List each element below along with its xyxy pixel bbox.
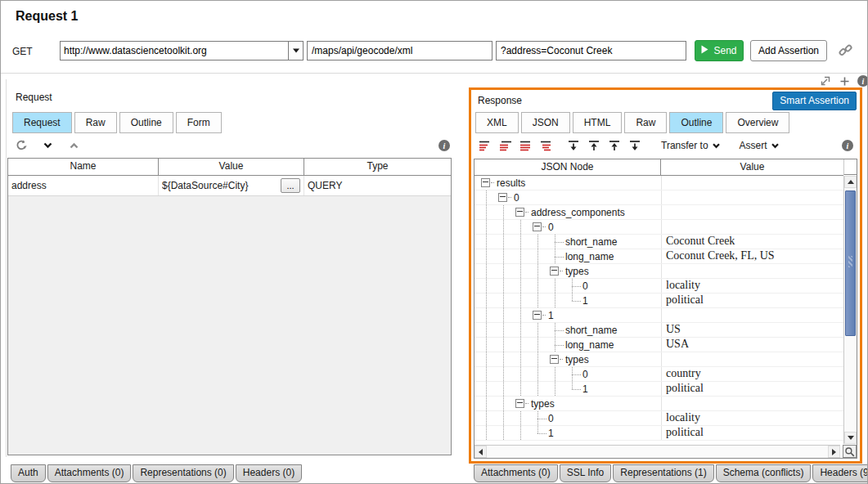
response-info-icon[interactable]: i [840,138,855,153]
tree-row[interactable]: 0 [474,220,843,235]
tree-connector [542,226,546,227]
tree-row[interactable]: 0locality [474,279,843,294]
param-name-cell[interactable]: address [8,176,159,195]
response-bottom-tab-representations-1[interactable]: Representations (1) [613,464,713,482]
panel-info-icon[interactable]: i [857,74,868,87]
vertical-scrollbar[interactable] [843,176,857,444]
bar-arrow-up-icon-2[interactable] [607,139,621,152]
bar-arrow-up-icon[interactable] [587,139,600,152]
tree-row[interactable]: 1political [474,294,843,308]
collapse-toggle-icon[interactable] [481,178,490,187]
response-tab-outline[interactable]: Outline [669,112,723,133]
tree-row[interactable]: 0 [474,190,843,205]
tree-row[interactable]: 1political [474,426,843,441]
tree-indent-guide [512,426,529,440]
endpoint-combobox[interactable] [60,41,304,60]
response-bottom-tab-ssl-info[interactable]: SSL Info [560,464,612,482]
collapse-toggle-icon[interactable] [533,222,542,231]
tree-row[interactable]: short_nameUS [474,323,843,338]
response-bottom-tab-attachments-0[interactable]: Attachments (0) [474,464,558,482]
tree-row[interactable]: address_components [474,205,843,220]
tree-leaf-connector [546,338,564,352]
add-assertion-button[interactable]: Add Assertion [750,40,827,61]
scroll-up-icon[interactable] [844,176,857,188]
response-tab-xml[interactable]: XML [475,112,519,133]
response-tab-raw[interactable]: Raw [624,112,667,133]
request-tab-request[interactable]: Request [12,112,72,133]
assert-dropdown[interactable]: Assert [740,140,779,151]
column-header-value[interactable]: Value [159,159,304,175]
chevron-up-icon[interactable] [66,138,81,153]
tree-row[interactable]: 1political [474,382,843,397]
query-input[interactable] [496,41,686,60]
response-bottom-tab-headers-9[interactable]: Headers (9) [812,464,868,482]
transfer-to-dropdown[interactable]: Transfer to [661,140,720,151]
column-header-json-node[interactable]: JSON Node [474,159,661,175]
horizontal-scrollbar[interactable] [474,445,840,458]
indent-lines-icon-2[interactable] [498,139,512,152]
chevron-down-icon[interactable] [40,138,55,153]
tree-row[interactable]: types [474,352,843,367]
column-header-name[interactable]: Name [8,159,159,175]
response-toolbar: Transfer to Assert i [478,137,855,154]
tree-row[interactable]: types [474,397,843,411]
link-icon[interactable] [838,43,854,59]
collapse-toggle-icon[interactable] [550,267,559,276]
request-bottom-tab-attachments-0[interactable]: Attachments (0) [47,464,132,482]
param-type-cell[interactable]: QUERY [304,176,451,195]
request-tab-form[interactable]: Form [176,112,222,133]
scroll-right-icon[interactable] [828,446,840,458]
request-bottom-tab-headers-0[interactable]: Headers (0) [236,464,302,482]
panel-divider [6,79,7,457]
tree-row[interactable]: results [474,176,843,190]
column-header-value[interactable]: Value [661,159,843,175]
request-tab-outline[interactable]: Outline [119,112,173,133]
add-panel-icon[interactable] [838,74,851,87]
column-header-type[interactable]: Type [304,159,451,175]
collapse-toggle-icon[interactable] [533,311,542,320]
request-bottom-tab-representations-0[interactable]: Representations (0) [133,464,233,482]
bar-arrow-down-icon-2[interactable] [627,139,641,152]
collapse-toggle-icon[interactable] [498,193,507,202]
float-panel-icon[interactable] [819,74,832,87]
tree-node-label: 1 [546,309,554,322]
bar-arrow-down-icon[interactable] [566,139,580,152]
collapse-toggle-icon[interactable] [515,399,524,408]
vertical-scrollbar-thumb[interactable] [845,190,856,336]
response-tab-html[interactable]: HTML [573,112,623,133]
endpoint-dropdown-arrow-icon[interactable] [288,42,303,60]
response-tabs: XMLJSONHTMLRawOutlineOverview [475,112,792,133]
send-button[interactable]: Send [695,40,744,61]
tree-row[interactable]: types [474,264,843,279]
response-tab-json[interactable]: JSON [521,112,570,133]
resource-path-input[interactable] [307,41,492,60]
tree-row[interactable]: long_nameUSA [474,338,843,352]
tree-row[interactable]: long_nameCoconut Creek, FL, US [474,249,843,264]
magnifier-icon[interactable] [843,445,857,458]
tree-row[interactable]: 1 [474,308,843,323]
refresh-icon[interactable] [14,138,29,153]
tree-indent-guide [512,338,529,352]
scroll-down-icon[interactable] [844,432,857,444]
smart-assertion-button[interactable]: Smart Assertion [772,92,857,110]
request-info-icon[interactable]: i [437,138,452,153]
collapse-toggle-icon[interactable] [550,355,559,364]
indent-lines-icon-4[interactable] [539,139,553,152]
tree-node-cell: 0 [474,190,661,204]
response-tab-overview[interactable]: Overview [726,112,789,133]
scroll-left-icon[interactable] [474,446,487,458]
request-bottom-tab-auth[interactable]: Auth [11,464,46,482]
param-row[interactable]: address${DataSource#City}...QUERY [8,176,451,196]
indent-lines-icon-1[interactable] [478,139,492,152]
tree-node-label: types [529,397,555,410]
indent-lines-icon-3[interactable] [519,139,533,152]
collapse-toggle-icon[interactable] [515,208,524,217]
tree-row[interactable]: short_nameCoconut Creek [474,235,843,249]
response-bottom-tab-schema-conflicts[interactable]: Schema (conflicts) [716,464,812,482]
param-value-editor-button[interactable]: ... [281,178,300,193]
param-value-cell[interactable]: ${DataSource#City}... [159,176,304,195]
tree-row[interactable]: 0country [474,367,843,382]
tree-row[interactable]: 0locality [474,411,843,426]
request-tab-raw[interactable]: Raw [74,112,117,133]
endpoint-input[interactable] [61,42,288,60]
